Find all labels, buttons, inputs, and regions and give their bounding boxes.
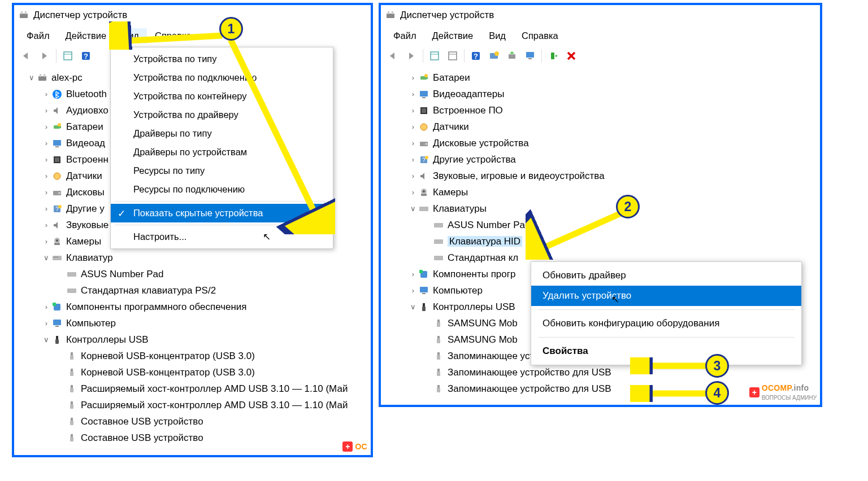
menu-customize[interactable]: Настроить... (111, 228, 333, 246)
tree-item[interactable]: Корневой USB-концентратор (USB 3.0) (19, 364, 366, 381)
svg-point-20 (58, 192, 60, 194)
category-computer[interactable]: › Компьютер (19, 315, 366, 331)
properties2-icon[interactable] (445, 48, 461, 64)
bluetooth-icon (51, 89, 63, 100)
expand-icon[interactable]: › (41, 303, 51, 311)
category-keyboards[interactable]: ∨ Клавиатуры (385, 200, 815, 217)
expand-icon[interactable]: › (41, 107, 51, 114)
help-icon[interactable]: ? (468, 48, 484, 64)
collapse-icon[interactable]: ∨ (408, 205, 418, 212)
computer-icon (37, 72, 48, 84)
menu-devices-by-connection[interactable]: Устройства по подключению (111, 68, 333, 87)
menu-action[interactable]: Действие (58, 28, 115, 43)
menu-help[interactable]: Справка (514, 28, 566, 43)
svg-rect-36 (55, 326, 59, 327)
expand-icon[interactable]: › (408, 139, 418, 147)
tree-item[interactable]: Расширяемый хост-контроллер AMD USB 3.10… (19, 397, 366, 413)
menu-file[interactable]: Файл (19, 28, 58, 43)
expand-icon[interactable]: › (41, 90, 51, 98)
collapse-icon[interactable]: ∨ (41, 336, 51, 343)
expand-icon[interactable]: › (41, 320, 51, 327)
expand-icon[interactable]: › (41, 189, 51, 196)
category-software[interactable]: › Компоненты программного обеспечения (19, 299, 366, 315)
tree-item[interactable]: › Видеоадаптеры (385, 86, 815, 102)
expand-icon[interactable]: › (408, 189, 418, 196)
expand-icon[interactable]: › (408, 156, 418, 163)
tree-item[interactable]: › Камеры (385, 184, 815, 200)
forward-icon[interactable] (37, 48, 53, 64)
svg-point-78 (425, 156, 428, 159)
context-update-driver[interactable]: Обновить драйвер (531, 265, 801, 286)
expand-icon[interactable]: › (408, 172, 418, 180)
tree-item[interactable]: › Батареи (385, 69, 815, 86)
category-keyboards[interactable]: ∨ Клавиатур (19, 250, 366, 266)
expand-icon[interactable]: › (41, 139, 51, 147)
monitor-icon[interactable] (522, 48, 538, 64)
collapse-icon[interactable]: ∨ (408, 303, 418, 311)
expand-icon[interactable]: › (408, 90, 418, 98)
tree-item[interactable]: Запоминающее устройство для USB (385, 364, 815, 381)
tree-item[interactable]: Составное USB устройство (19, 430, 366, 446)
back-icon[interactable] (385, 48, 401, 64)
delete-icon[interactable] (563, 48, 579, 64)
menu-help[interactable]: Справка (147, 28, 199, 43)
expand-icon[interactable]: › (41, 238, 51, 245)
tree-item[interactable]: ASUS Number Pad (19, 266, 366, 282)
category-usb[interactable]: ∨ Контроллеры USB (19, 331, 366, 348)
watermark: + OCOMP.info ВОПРОСЫ АДМИНУ (749, 383, 817, 401)
menu-devices-by-type[interactable]: Устройства по типу (111, 50, 333, 68)
svg-rect-27 (53, 256, 62, 260)
properties-icon[interactable] (427, 48, 442, 64)
expand-icon[interactable]: › (41, 205, 51, 212)
tree-label: Аудиовхо (66, 106, 108, 115)
enable-icon[interactable] (545, 48, 561, 64)
expand-icon[interactable]: › (41, 221, 51, 229)
menu-drivers-by-device[interactable]: Драйверы по устройствам (111, 143, 333, 161)
tree-label: Звуковые (66, 220, 108, 230)
context-uninstall[interactable]: Удалить устройство (531, 286, 801, 306)
tree-item[interactable]: Составное USB устройство (19, 413, 366, 430)
collapse-icon[interactable]: ∨ (41, 254, 51, 261)
expand-icon[interactable]: › (41, 156, 51, 163)
tree-item[interactable]: Расширяемый хост-контроллер AMD USB 3.10… (19, 381, 366, 397)
menu-devices-by-container[interactable]: Устройства по контейнеру (111, 87, 333, 106)
expand-icon[interactable]: › (408, 287, 418, 294)
watermark: + OC (342, 441, 367, 452)
scan-icon[interactable] (486, 48, 502, 64)
menu-view[interactable]: Вид (481, 28, 514, 43)
back-icon[interactable] (19, 48, 34, 64)
menu-devices-by-driver[interactable]: Устройства по драйверу (111, 106, 333, 124)
properties-icon[interactable] (60, 48, 76, 64)
context-scan[interactable]: Обновить конфигурацию оборудования (531, 313, 801, 334)
menu-drivers-by-type[interactable]: Драйверы по типу (111, 124, 333, 143)
software-icon (51, 301, 63, 313)
forward-icon[interactable] (403, 48, 419, 64)
tree-item[interactable]: Корневой USB-концентратор (USB 3.0) (19, 348, 366, 364)
expand-icon[interactable]: › (408, 107, 418, 114)
tree-item[interactable]: › Встроенное ПО (385, 102, 815, 119)
context-properties[interactable]: Свойства (531, 341, 801, 361)
expand-icon[interactable]: › (408, 123, 418, 130)
expand-icon[interactable]: › (408, 270, 418, 278)
menu-resources-by-connection[interactable]: Ресурсы по подключению (111, 180, 333, 199)
tree-item[interactable]: › Датчики (385, 119, 815, 135)
tree-item[interactable]: Стандартная клавиатура PS/2 (19, 282, 366, 299)
svg-rect-96 (437, 352, 440, 355)
collapse-icon[interactable]: ∨ (27, 74, 37, 81)
tree-item[interactable]: › Дисковые устройства (385, 135, 815, 151)
expand-icon[interactable]: › (41, 123, 51, 130)
menu-show-hidden[interactable]: ✓ Показать скрытые устройства (111, 204, 333, 222)
menu-file[interactable]: Файл (385, 28, 424, 43)
tree-item[interactable]: ASUS Number Pad (385, 217, 815, 233)
menu-action[interactable]: Действие (424, 28, 481, 43)
expand-icon[interactable]: › (41, 172, 51, 180)
expand-icon[interactable]: › (408, 74, 418, 81)
update-driver-icon[interactable] (504, 48, 520, 64)
badge: 1 (219, 17, 243, 41)
tree-item[interactable]: › ? Другие устройства (385, 151, 815, 168)
tree-item[interactable]: › Звуковые, игровые и видеоустройства (385, 168, 815, 184)
menu-view[interactable]: Вид (114, 28, 147, 43)
tree-item[interactable]: Клавиатура HID (385, 233, 815, 250)
menu-resources-by-type[interactable]: Ресурсы по типу (111, 161, 333, 180)
help-icon[interactable]: ? (78, 48, 94, 64)
